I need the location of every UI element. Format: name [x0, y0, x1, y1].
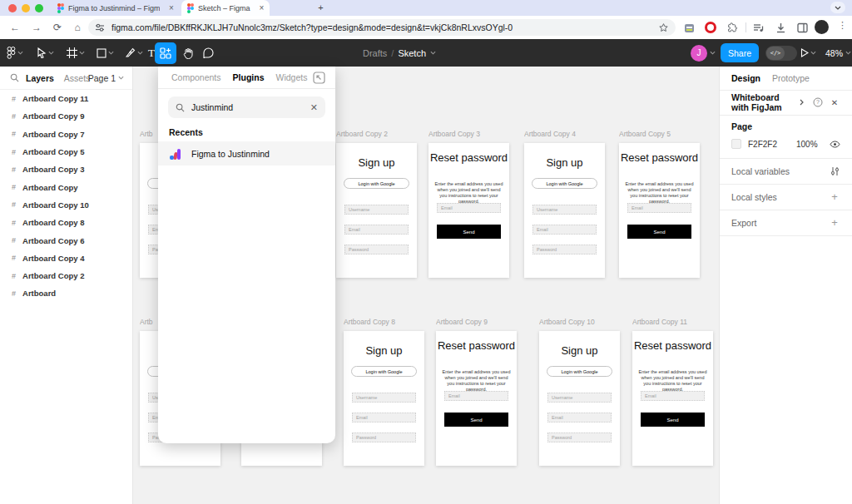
page-color-opacity[interactable]: 100%: [796, 140, 824, 149]
page-color-hex[interactable]: F2F2F2: [748, 140, 785, 149]
comment-tool-icon[interactable]: [203, 39, 214, 67]
window-minimize-button[interactable]: [22, 4, 30, 12]
artboard-frame[interactable]: Reset password Enter the email address y…: [436, 331, 517, 466]
artboard-label[interactable]: Artboard Copy 11: [632, 318, 713, 328]
artboard-frame[interactable]: Sign up Login with Google Username Email…: [524, 143, 605, 278]
artboard-label[interactable]: Artboard Copy 8: [344, 318, 424, 328]
tab-prototype[interactable]: Prototype: [772, 73, 810, 83]
eye-visibility-icon[interactable]: [829, 138, 840, 150]
window-close-button[interactable]: [8, 4, 17, 12]
chevron-down-icon[interactable]: [79, 51, 85, 55]
user-avatar[interactable]: J: [691, 45, 707, 62]
move-tool-icon[interactable]: [37, 39, 54, 67]
tab-plugins[interactable]: Plugins: [233, 72, 265, 82]
layer-list-item[interactable]: # Artboard Copy 5: [0, 143, 132, 161]
reload-icon[interactable]: ⟳: [51, 21, 64, 34]
artboard[interactable]: Artboard Copy 11 Reset password Enter th…: [632, 318, 713, 466]
page-selector[interactable]: Page 1: [88, 73, 124, 83]
chevron-down-icon[interactable]: [845, 51, 851, 55]
layer-list-item[interactable]: # Artboard: [0, 284, 132, 302]
artboard[interactable]: Artboard Copy 9 Reset password Enter the…: [436, 318, 517, 466]
chevron-down-icon[interactable]: [137, 51, 143, 55]
artboard[interactable]: Artboard Copy 8 Sign up Login with Googl…: [344, 318, 424, 466]
artboard-label[interactable]: Artboard Copy 3: [428, 130, 509, 140]
artboard[interactable]: Artboard Copy 2 Sign up Login with Googl…: [336, 130, 417, 278]
breadcrumb-folder[interactable]: Drafts: [363, 48, 387, 58]
layer-list-item[interactable]: # Artboard Copy 6: [0, 231, 132, 249]
red-circle-extension-icon[interactable]: [704, 21, 717, 34]
chevron-right-icon[interactable]: [795, 96, 807, 108]
site-settings-tune-icon[interactable]: [95, 22, 105, 32]
layer-list-item[interactable]: # Artboard Copy 9: [0, 107, 132, 125]
chevron-down-icon[interactable]: [430, 51, 436, 55]
layer-list-item[interactable]: # Artboard Copy 4: [0, 250, 132, 267]
url-omnibox[interactable]: figma.com/file/DBKffRKJKLJH7uNnolc3mz/Sk…: [88, 19, 676, 36]
tab-layers[interactable]: Layers: [26, 73, 54, 83]
zoom-level-control[interactable]: 48%: [825, 39, 851, 67]
plugin-search-box[interactable]: ✕: [168, 96, 325, 118]
tab-widgets[interactable]: Widgets: [275, 72, 307, 82]
page-color-swatch[interactable]: [731, 139, 741, 149]
artboard-frame[interactable]: Sign up Login with Google Username Email…: [344, 331, 424, 466]
layer-list-item[interactable]: # Artboard Copy 3: [0, 161, 132, 178]
share-button[interactable]: Share: [721, 43, 759, 62]
artboard-label[interactable]: Artboard Copy 4: [524, 130, 605, 140]
browser-tab-justinmind[interactable]: Figma to Justinmind – Figma ×: [52, 0, 180, 16]
bookmark-star-icon[interactable]: [658, 22, 669, 33]
present-play-icon[interactable]: [800, 39, 816, 67]
side-panel-icon[interactable]: [795, 21, 809, 34]
breadcrumb-file[interactable]: Sketch: [398, 48, 426, 58]
calendar-extension-icon[interactable]: [682, 21, 696, 34]
local-variables-section[interactable]: Local variables: [720, 158, 852, 184]
artboard-frame[interactable]: Sign up Login with Google Username Email…: [336, 143, 417, 278]
back-icon[interactable]: ←: [8, 21, 22, 34]
tab-design[interactable]: Design: [731, 73, 760, 83]
tab-components[interactable]: Components: [171, 72, 221, 82]
chevron-down-icon[interactable]: [17, 51, 23, 55]
playlist-icon[interactable]: [751, 21, 765, 34]
help-icon[interactable]: ?: [812, 96, 824, 108]
home-icon[interactable]: ⌂: [71, 21, 84, 34]
artboard[interactable]: Artboard Copy 10 Sign up Login with Goog…: [539, 318, 620, 466]
close-icon[interactable]: ✕: [829, 96, 840, 108]
chevron-down-icon[interactable]: [810, 51, 816, 55]
new-tab-button[interactable]: +: [315, 2, 327, 14]
layer-list-item[interactable]: # Artboard Copy 2: [0, 267, 132, 284]
browser-menu-kebab-icon[interactable]: ⋮: [838, 20, 847, 31]
dev-mode-toggle[interactable]: </>: [765, 46, 797, 61]
artboard-frame[interactable]: Sign up Login with Google Username Email…: [539, 331, 620, 466]
artboard-label[interactable]: Artboard Copy 5: [619, 130, 700, 140]
layer-list-item[interactable]: # Artboard Copy 10: [0, 196, 132, 214]
artboard-frame[interactable]: Reset password Enter the email address y…: [632, 331, 713, 466]
add-export-plus-icon[interactable]: +: [829, 217, 840, 229]
layer-list-item[interactable]: # Artboard Copy 8: [0, 214, 132, 231]
layer-list-item[interactable]: # Artboard Copy 7: [0, 126, 132, 143]
main-menu-figma-icon[interactable]: [7, 39, 23, 67]
artboard[interactable]: Artboard Copy 5 Reset password Enter the…: [619, 130, 700, 278]
variables-sliders-icon[interactable]: [829, 166, 840, 177]
forward-icon[interactable]: →: [30, 21, 43, 34]
artboard-label[interactable]: Artboard Copy 9: [436, 318, 517, 328]
clear-search-icon[interactable]: ✕: [310, 102, 318, 113]
tab-assets[interactable]: Assets: [64, 73, 91, 83]
add-style-plus-icon[interactable]: +: [829, 191, 840, 203]
chevron-down-icon[interactable]: [48, 51, 54, 55]
export-section[interactable]: Export +: [720, 210, 852, 235]
artboard-frame[interactable]: Reset password Enter the email address y…: [619, 143, 700, 278]
plugin-search-input[interactable]: [191, 102, 310, 112]
chevron-down-icon[interactable]: [108, 51, 114, 55]
local-styles-section[interactable]: Local styles +: [720, 184, 852, 210]
resources-plugins-tool-active[interactable]: [155, 42, 176, 64]
artboard[interactable]: Artboard Copy 4 Sign up Login with Googl…: [524, 130, 605, 278]
frame-tool-icon[interactable]: [67, 39, 85, 67]
shape-tool-icon[interactable]: [97, 39, 114, 67]
breadcrumb[interactable]: Drafts / Sketch: [363, 39, 436, 67]
artboard[interactable]: Artboard Copy 3 Reset password Enter the…: [428, 130, 509, 278]
browser-tab-sketch[interactable]: Sketch – Figma ×: [181, 0, 270, 16]
tab-search-chevron-icon[interactable]: [830, 2, 845, 13]
artboard-frame[interactable]: Reset password Enter the email address y…: [428, 143, 509, 278]
layer-list-item[interactable]: # Artboard Copy 11: [0, 90, 132, 107]
artboard-label[interactable]: Artboard Copy 10: [539, 318, 620, 328]
chevron-down-icon[interactable]: [710, 39, 716, 67]
plugin-result-row[interactable]: Figma to Justinmind: [158, 141, 335, 166]
